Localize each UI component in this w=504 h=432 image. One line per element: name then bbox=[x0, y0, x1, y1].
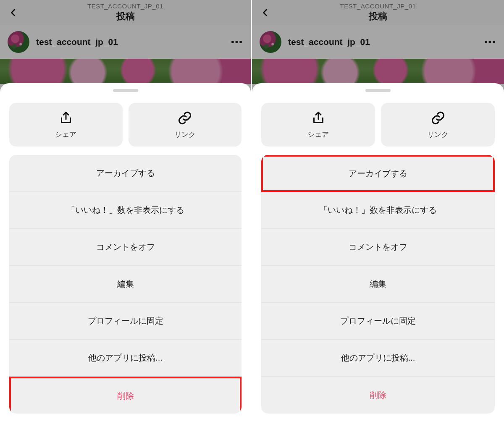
menu-item-label: 他のアプリに投稿... bbox=[341, 352, 415, 364]
sheet-menu: アーカイブする「いいね！」数を非表示にするコメントをオフ編集プロフィールに固定他… bbox=[9, 155, 242, 414]
menu-item-label: 「いいね！」数を非表示にする bbox=[67, 204, 184, 216]
menu-item-label: アーカイブする bbox=[96, 168, 155, 179]
menu-item-label: 「いいね！」数を非表示にする bbox=[319, 204, 437, 216]
share-button[interactable]: シェア bbox=[261, 103, 375, 147]
action-sheet: シェア リンク アーカイブする「いいね！」数を非表示にするコメントをオフ編集プロ… bbox=[252, 83, 504, 432]
menu-item-label: 編集 bbox=[117, 278, 134, 290]
share-label: シェア bbox=[307, 130, 329, 139]
menu-item-4[interactable]: プロフィールに固定 bbox=[9, 303, 242, 340]
menu-item-label: 削除 bbox=[117, 390, 134, 402]
menu-item-label: コメントをオフ bbox=[349, 241, 407, 253]
menu-item-3[interactable]: 編集 bbox=[261, 266, 495, 303]
link-icon bbox=[430, 110, 446, 126]
sheet-action-row: シェア リンク bbox=[252, 103, 504, 155]
phone-right: TEST_ACCOUNT_JP_01 投稿 test_account_jp_01… bbox=[252, 0, 504, 432]
action-sheet: シェア リンク アーカイブする「いいね！」数を非表示にするコメントをオフ編集プロ… bbox=[0, 83, 251, 432]
menu-item-label: プロフィールに固定 bbox=[88, 315, 163, 327]
menu-item-5[interactable]: 他のアプリに投稿... bbox=[9, 340, 242, 377]
menu-item-6[interactable]: 削除 bbox=[9, 377, 242, 414]
menu-item-label: コメントをオフ bbox=[96, 241, 155, 253]
menu-item-6[interactable]: 削除 bbox=[261, 377, 495, 414]
sheet-grabber[interactable] bbox=[365, 89, 391, 92]
link-icon bbox=[177, 110, 192, 126]
phone-left: TEST_ACCOUNT_JP_01 投稿 test_account_jp_01… bbox=[0, 0, 252, 432]
menu-item-2[interactable]: コメントをオフ bbox=[9, 229, 242, 266]
menu-item-label: 編集 bbox=[370, 278, 386, 290]
link-label: リンク bbox=[427, 130, 449, 139]
link-label: リンク bbox=[174, 130, 196, 139]
menu-item-0[interactable]: アーカイブする bbox=[261, 155, 495, 192]
share-icon bbox=[58, 110, 74, 126]
sheet-menu: アーカイブする「いいね！」数を非表示にするコメントをオフ編集プロフィールに固定他… bbox=[261, 155, 495, 414]
share-label: シェア bbox=[55, 130, 76, 139]
menu-item-2[interactable]: コメントをオフ bbox=[261, 229, 495, 266]
menu-item-4[interactable]: プロフィールに固定 bbox=[261, 303, 495, 340]
link-button[interactable]: リンク bbox=[381, 103, 495, 147]
menu-item-1[interactable]: 「いいね！」数を非表示にする bbox=[9, 192, 242, 229]
menu-item-3[interactable]: 編集 bbox=[9, 266, 242, 303]
share-button[interactable]: シェア bbox=[9, 103, 123, 147]
link-button[interactable]: リンク bbox=[129, 103, 242, 147]
menu-item-label: アーカイブする bbox=[349, 168, 407, 179]
menu-item-1[interactable]: 「いいね！」数を非表示にする bbox=[261, 192, 495, 229]
menu-item-label: 他のアプリに投稿... bbox=[88, 352, 163, 364]
share-icon bbox=[311, 110, 326, 126]
sheet-action-row: シェア リンク bbox=[0, 103, 251, 155]
menu-item-label: プロフィールに固定 bbox=[340, 315, 416, 327]
menu-item-5[interactable]: 他のアプリに投稿... bbox=[261, 340, 495, 377]
menu-item-0[interactable]: アーカイブする bbox=[9, 155, 242, 192]
menu-item-label: 削除 bbox=[370, 390, 386, 401]
sheet-grabber[interactable] bbox=[113, 89, 138, 92]
